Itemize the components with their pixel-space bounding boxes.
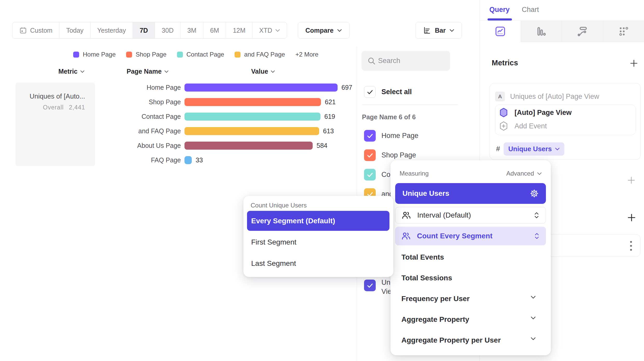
measuring-option-frequency-per-user[interactable]: Frequency per User xyxy=(401,295,470,303)
metric-letter-badge: A xyxy=(495,92,505,101)
range-custom[interactable]: Custom xyxy=(12,22,59,38)
chart-row: About Us Page 584 xyxy=(105,142,327,150)
add-event-row[interactable]: Add Event xyxy=(499,121,547,131)
option-first-segment[interactable]: First Segment xyxy=(251,238,296,246)
add-breakdown-icon[interactable] xyxy=(627,213,636,223)
legend-swatch xyxy=(126,52,132,58)
bar-label: FAQ Page xyxy=(105,156,181,164)
date-range-control: Custom Today Yesterday 7D 30D 3M 6M 12M … xyxy=(12,22,287,39)
bar-value: 697 xyxy=(341,84,352,91)
count-unique-users-popup: Count Unique Users Every Segment (Defaul… xyxy=(243,196,393,277)
legend-item[interactable]: Contact Page xyxy=(177,51,224,58)
bar-chart-icon xyxy=(536,26,547,37)
chart-row: and FAQ Page 613 xyxy=(105,127,334,135)
chevron-down-icon[interactable] xyxy=(531,296,536,299)
metric-summary-card[interactable]: Uniques of [Auto... Overall2,441 xyxy=(16,82,95,166)
bar-value: 619 xyxy=(324,113,335,120)
event-card: [Auto] Page View Add Event xyxy=(495,105,636,135)
chevron-down-icon[interactable] xyxy=(531,316,536,320)
checkbox-checked[interactable] xyxy=(364,169,376,180)
search-box[interactable] xyxy=(361,51,450,71)
legend-item[interactable]: and FAQ Page xyxy=(235,51,285,58)
checkbox-checked[interactable] xyxy=(364,280,376,291)
range-6m[interactable]: 6M xyxy=(203,22,226,38)
option-every-segment[interactable]: Every Segment (Default) xyxy=(247,211,389,231)
chart-row: FAQ Page 33 xyxy=(105,156,203,164)
event-row[interactable]: [Auto] Page View xyxy=(499,107,572,118)
tab-query[interactable]: Query xyxy=(489,6,510,14)
range-today[interactable]: Today xyxy=(59,22,90,38)
bar-label: Contact Page xyxy=(105,113,181,120)
metrics-heading: Metrics xyxy=(492,59,518,67)
bar-label: Home Page xyxy=(105,84,181,91)
active-tab-underline xyxy=(488,18,512,20)
bar[interactable] xyxy=(184,142,313,150)
number-type-symbol: # xyxy=(496,145,500,153)
filter-group-label: Page Name 6 of 6 xyxy=(362,113,416,121)
count-every-segment-selector[interactable]: Count Every Segment xyxy=(395,227,546,245)
hexagon-plus-icon xyxy=(499,121,508,131)
filter-item[interactable]: Shop Page xyxy=(364,149,416,161)
bar[interactable] xyxy=(184,113,320,121)
column-header-metric[interactable]: Metric xyxy=(58,68,85,75)
stepper-icon xyxy=(534,232,540,240)
stepper-icon xyxy=(534,212,539,219)
panel-tabs: Query Chart xyxy=(480,0,644,21)
tab-funnels[interactable] xyxy=(521,21,562,42)
range-7d[interactable]: 7D xyxy=(133,22,155,38)
more-options-icon[interactable] xyxy=(629,240,633,252)
range-yesterday[interactable]: Yesterday xyxy=(90,22,133,38)
legend-swatch xyxy=(235,52,241,58)
tab-insights[interactable] xyxy=(480,21,521,42)
range-12m[interactable]: 12M xyxy=(226,22,252,38)
tab-chart[interactable]: Chart xyxy=(522,6,539,14)
legend-item[interactable]: Shop Page xyxy=(126,51,167,58)
range-3m[interactable]: 3M xyxy=(180,22,203,38)
filter-item[interactable]: Home Page xyxy=(364,130,419,142)
add-metric-icon[interactable] xyxy=(629,59,639,68)
calendar-icon xyxy=(19,26,27,34)
measuring-option-total-sessions[interactable]: Total Sessions xyxy=(401,274,452,282)
bar-value: 33 xyxy=(196,156,203,164)
measuring-option-unique-users[interactable]: Unique Users xyxy=(395,183,546,204)
bar[interactable] xyxy=(184,127,319,135)
compare-button[interactable]: Compare xyxy=(298,22,350,39)
search-input[interactable] xyxy=(378,51,448,71)
filter-item-clipped[interactable]: Unl Vie xyxy=(364,278,392,296)
legend-more[interactable]: +2 More xyxy=(295,51,318,58)
bar-value: 584 xyxy=(317,142,327,149)
chevron-down-icon[interactable] xyxy=(531,337,536,340)
measuring-option-total-events[interactable]: Total Events xyxy=(401,253,444,261)
interval-selector[interactable]: Interval (Default) xyxy=(395,207,546,224)
range-30d[interactable]: 30D xyxy=(155,22,180,38)
select-all-checkbox[interactable] xyxy=(364,86,376,98)
measuring-option-aggregate-property-per-user[interactable]: Aggregate Property per User xyxy=(401,336,501,344)
range-xtd[interactable]: XTD xyxy=(252,22,287,38)
bar[interactable] xyxy=(184,156,192,164)
search-icon xyxy=(367,57,376,65)
checkbox-checked[interactable] xyxy=(364,130,376,142)
tab-flows[interactable] xyxy=(562,21,603,42)
chevron-down-icon xyxy=(164,70,169,73)
bar[interactable] xyxy=(184,84,338,92)
add-filter-icon[interactable] xyxy=(627,176,636,185)
count-type-pill[interactable]: Unique Users xyxy=(504,142,564,156)
select-all-row[interactable]: Select all xyxy=(364,86,412,98)
bar[interactable] xyxy=(184,98,321,106)
legend-item[interactable]: Home Page xyxy=(73,51,116,58)
column-header-page-name[interactable]: Page Name xyxy=(127,68,169,75)
bar-label: About Us Page xyxy=(105,142,181,149)
advanced-toggle[interactable]: Advanced xyxy=(506,170,542,177)
gear-icon[interactable] xyxy=(530,189,539,198)
chart-type-button[interactable]: Bar xyxy=(415,22,462,39)
metric-title: Uniques of [Auto... xyxy=(30,92,85,100)
checkbox-checked[interactable] xyxy=(364,149,376,161)
bar-value: 621 xyxy=(325,98,336,106)
sidebar-divider xyxy=(362,105,458,105)
column-header-value[interactable]: Value xyxy=(251,68,275,75)
measuring-option-aggregate-property[interactable]: Aggregate Property xyxy=(401,315,469,324)
option-last-segment[interactable]: Last Segment xyxy=(251,259,296,268)
legend-swatch xyxy=(73,52,79,58)
chart-row: Home Page 697 xyxy=(105,84,352,92)
tab-retention[interactable] xyxy=(603,21,644,42)
